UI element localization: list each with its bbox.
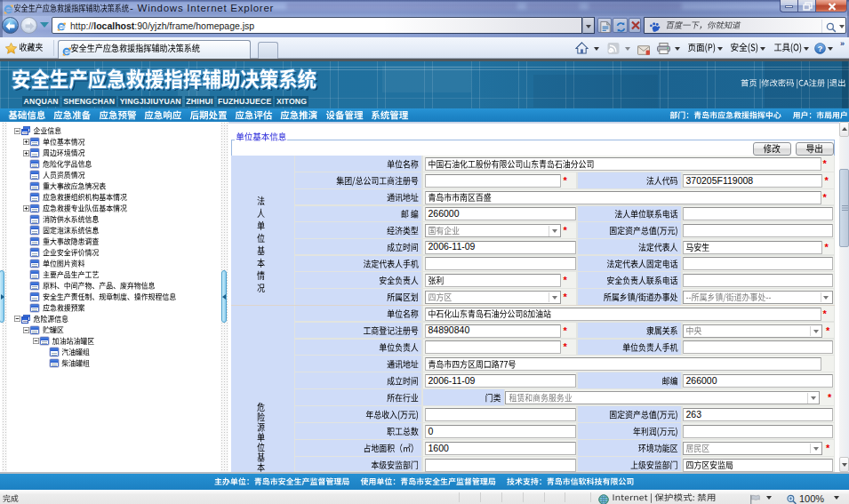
svg-text:?: ? bbox=[817, 44, 821, 52]
